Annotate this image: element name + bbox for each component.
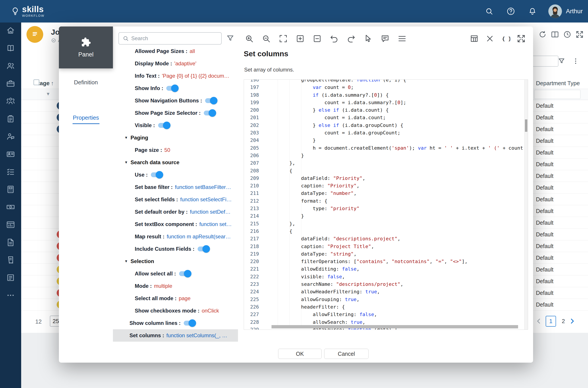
- collapse-icon[interactable]: ▼: [124, 136, 128, 140]
- property-value[interactable]: function set…: [199, 221, 232, 227]
- toolbar-menu-button[interactable]: [397, 34, 407, 44]
- toolbar-zoom-out-button[interactable]: [261, 34, 271, 44]
- property-set-columns[interactable]: Set columns :function setColumns(_, …: [113, 329, 238, 342]
- sidebar-item-home[interactable]: [5, 25, 16, 36]
- search-icon[interactable]: [485, 7, 494, 16]
- sidebar-item-checklist[interactable]: [5, 167, 16, 177]
- toolbar-pointer-button[interactable]: [363, 34, 373, 44]
- section-selection[interactable]: ▼Selection: [113, 255, 238, 267]
- filter-icon[interactable]: [226, 34, 235, 43]
- property-value[interactable]: function m apResult(sear…: [167, 234, 231, 240]
- tab-definition[interactable]: Definition: [59, 79, 113, 86]
- property-value[interactable]: function setBaseFilter…: [175, 184, 231, 190]
- property-use[interactable]: Use :: [113, 169, 238, 181]
- toolbar-maximize-button[interactable]: [278, 34, 288, 44]
- more-options-icon[interactable]: [572, 57, 580, 65]
- sidebar-item-more[interactable]: [5, 291, 16, 301]
- saved-filters-icon[interactable]: [558, 57, 565, 65]
- section-paging[interactable]: ▼Paging: [113, 132, 238, 144]
- collapse-icon[interactable]: ▼: [124, 259, 128, 263]
- section-search-data-source[interactable]: ▼Search data source: [113, 156, 238, 169]
- properties-search[interactable]: [118, 32, 222, 45]
- history-icon[interactable]: [563, 30, 572, 39]
- property-show-info[interactable]: Show Info :: [113, 82, 238, 95]
- allow-select-all-toggle[interactable]: [179, 271, 191, 276]
- property-value[interactable]: function setColumns(_, …: [166, 332, 227, 339]
- property-show-column-lines[interactable]: Show column lines :: [113, 317, 238, 329]
- sort-asc-icon[interactable]: ↑: [51, 80, 54, 87]
- toolbar-expand-button[interactable]: [516, 34, 526, 44]
- sidebar-item-users[interactable]: [5, 61, 16, 72]
- filter-dropdown-icon[interactable]: ▾: [47, 91, 49, 97]
- app-logo[interactable]: skills WORKFLOW: [11, 5, 45, 17]
- horizontal-scrollbar-thumb[interactable]: [271, 325, 518, 328]
- toolbar-redo-button[interactable]: [346, 34, 356, 44]
- show-info-toggle[interactable]: [166, 86, 178, 91]
- tab-properties[interactable]: Properties: [59, 114, 113, 124]
- property-include-custom-fields[interactable]: Include Custom Fields :: [113, 243, 238, 255]
- show-page-size-selector-toggle[interactable]: [204, 111, 215, 115]
- avatar[interactable]: [548, 4, 562, 18]
- toolbar-table-button[interactable]: [469, 34, 479, 44]
- property-show-checkboxes-mode[interactable]: Show checkboxes mode :onClick: [113, 305, 238, 317]
- sidebar-item-team[interactable]: [5, 96, 16, 107]
- toolbar-zoom-in-button[interactable]: [244, 34, 254, 44]
- page-1-button[interactable]: 1: [546, 316, 556, 327]
- collapse-icon[interactable]: ▼: [124, 160, 128, 164]
- property-map-result[interactable]: Map result :function m apResult(sear…: [113, 230, 238, 243]
- property-allowed-page-sizes[interactable]: Allowed Page Sizes :all: [113, 45, 238, 57]
- property-set-select-fields[interactable]: Set select fields :function setSelectFi…: [113, 193, 238, 206]
- toolbar-remove-box-button[interactable]: [312, 34, 322, 44]
- department-type-column-header[interactable]: Department Type: [536, 80, 580, 87]
- sidebar-item-invoice[interactable]: [5, 255, 16, 266]
- toolbar-close-button[interactable]: [485, 34, 495, 44]
- vertical-scrollbar[interactable]: [524, 80, 528, 330]
- prev-page-icon[interactable]: [535, 317, 543, 325]
- fullscreen-icon[interactable]: [575, 30, 584, 39]
- select-all-checkbox[interactable]: [34, 79, 39, 85]
- property-show-navigation-buttons[interactable]: Show Navigation Buttons :: [113, 95, 238, 107]
- sidebar-item-document[interactable]: [5, 238, 16, 248]
- sidebar-item-calculator[interactable]: [5, 185, 16, 195]
- toolbar-braces-button[interactable]: { }: [501, 34, 510, 44]
- vertical-scrollbar-thumb[interactable]: [525, 120, 527, 132]
- property-visible[interactable]: Visible :: [113, 119, 238, 132]
- property-set-textbox-component[interactable]: Set textBox component :function set…: [113, 218, 238, 230]
- property-value[interactable]: function setDef…: [190, 209, 230, 215]
- sidebar-item-chart[interactable]: [5, 220, 16, 230]
- sidebar-item-note[interactable]: [5, 273, 16, 283]
- table-search-input[interactable]: [532, 56, 558, 67]
- sidebar-item-library[interactable]: [5, 43, 16, 54]
- toolbar-comment-button[interactable]: [380, 34, 390, 44]
- visible-toggle[interactable]: [158, 123, 170, 128]
- property-info-text[interactable]: Info Text :'Page {0} of {1} ({2} docum…: [113, 70, 238, 82]
- toolbar-add-box-button[interactable]: [295, 34, 305, 44]
- sidebar-item-id-card[interactable]: [5, 149, 16, 160]
- next-page-icon[interactable]: [568, 317, 576, 325]
- help-icon[interactable]: [506, 7, 515, 16]
- sidebar-item-person-chat[interactable]: [5, 132, 16, 142]
- property-page-size[interactable]: Page size :50: [113, 144, 238, 156]
- code-editor[interactable]: 1961971981992002012022032042052062072082…: [244, 79, 528, 330]
- ok-button[interactable]: OK: [278, 349, 321, 359]
- property-set-base-filter[interactable]: Set base filter :function setBaseFilter…: [113, 181, 238, 193]
- sidebar-item-clipboard[interactable]: [5, 114, 16, 124]
- property-select-all-mode[interactable]: Select all mode :page: [113, 292, 238, 305]
- show-column-lines-toggle[interactable]: [184, 321, 195, 326]
- columns-icon[interactable]: [550, 30, 559, 39]
- use-toggle[interactable]: [151, 172, 162, 177]
- properties-search-input[interactable]: [131, 35, 215, 42]
- property-display-mode[interactable]: Display Mode :'adaptive': [113, 57, 238, 70]
- property-set-default-order-by[interactable]: Set default order by :function setDef…: [113, 206, 238, 218]
- refresh-icon[interactable]: [538, 30, 547, 39]
- notifications-icon[interactable]: [528, 7, 537, 16]
- page-2-button[interactable]: 2: [562, 318, 565, 325]
- property-show-page-size-selector[interactable]: Show Page Size Selector :: [113, 107, 238, 119]
- code-content[interactable]: groupCellTemplate: function (e, i) { var…: [264, 79, 528, 330]
- show-navigation-buttons-toggle[interactable]: [205, 98, 217, 103]
- toolbar-undo-button[interactable]: [329, 34, 339, 44]
- cancel-button[interactable]: Cancel: [324, 349, 368, 359]
- property-value[interactable]: function setSelectFi…: [180, 196, 232, 203]
- sidebar-item-briefcase[interactable]: [5, 79, 16, 89]
- user-name[interactable]: Arthur: [566, 8, 583, 15]
